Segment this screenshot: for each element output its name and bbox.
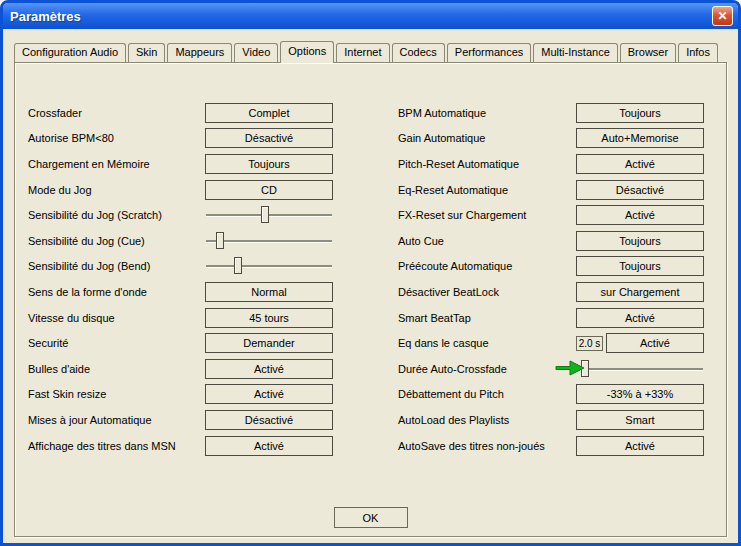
jog-scratch-slider[interactable]	[205, 205, 333, 225]
setting-label: Désactiver BeatLock	[398, 286, 576, 298]
auto-bpm-button[interactable]: Toujours	[576, 103, 704, 123]
tab-browser[interactable]: Browser	[620, 43, 676, 62]
setting-label: Préécoute Automatique	[398, 260, 576, 272]
setting-label: Securité	[28, 337, 205, 349]
setting-label: Vitesse du disque	[28, 312, 205, 324]
setting-label: AutoLoad des Playlists	[398, 414, 576, 426]
setting-label: Affichage des titres dans MSN	[28, 440, 205, 452]
setting-row: AutoSave des titres non-joués Activé	[398, 433, 704, 459]
settings-column-right: BPM Automatique Toujours Gain Automatiqu…	[398, 100, 704, 458]
setting-label: Débattement du Pitch	[398, 388, 576, 400]
setting-label: Sensibilité du Jog (Bend)	[28, 260, 205, 272]
tab-strip: Configuration Audio Skin Mappeurs Video …	[14, 41, 720, 63]
auto-gain-button[interactable]: Auto+Memorise	[576, 128, 704, 148]
setting-row: Désactiver BeatLock sur Chargement	[398, 279, 704, 305]
tab-options[interactable]: Options	[280, 41, 334, 63]
autoload-playlists-button[interactable]: Smart	[576, 410, 704, 430]
tab-video[interactable]: Video	[234, 43, 278, 62]
setting-row: AutoLoad des Playlists Smart	[398, 407, 704, 433]
auto-preview-button[interactable]: Toujours	[576, 256, 704, 276]
setting-label: Sensibilité du Jog (Scratch)	[28, 209, 205, 221]
setting-row: Eq dans le casque 2.0 s Activé	[398, 330, 704, 356]
slider-track	[577, 368, 703, 370]
setting-row: Chargement en Mémoire Toujours	[28, 151, 333, 177]
crossfader-button[interactable]: Complet	[205, 103, 333, 123]
auto-cue-button[interactable]: Toujours	[576, 231, 704, 251]
waveform-direction-button[interactable]: Normal	[205, 282, 333, 302]
tab-multi-instance[interactable]: Multi-Instance	[533, 43, 617, 62]
setting-row: Affichage des titres dans MSN Activé	[28, 433, 333, 459]
setting-label: Mises à jour Automatique	[28, 414, 205, 426]
setting-label: Eq-Reset Automatique	[398, 184, 576, 196]
memory-load-button[interactable]: Toujours	[205, 154, 333, 174]
crossfade-duration-slider[interactable]	[576, 359, 704, 379]
setting-label: Sensibilité du Jog (Cue)	[28, 235, 205, 247]
tab-codecs[interactable]: Codecs	[392, 43, 445, 62]
setting-row: Securité Demander	[28, 330, 333, 356]
pitch-range-button[interactable]: -33% à +33%	[576, 384, 704, 404]
setting-row: Pitch-Reset Automatique Activé	[398, 151, 704, 177]
disc-speed-button[interactable]: 45 tours	[205, 308, 333, 328]
tab-performances[interactable]: Performances	[447, 43, 531, 62]
setting-label: Durée Auto-Crossfade	[398, 363, 576, 375]
dialog-body: Configuration Audio Skin Mappeurs Video …	[3, 29, 738, 543]
security-button[interactable]: Demander	[205, 333, 333, 353]
crossfade-duration-value: 2.0 s	[576, 336, 603, 351]
autosave-button[interactable]: Activé	[576, 436, 704, 456]
setting-row: Sensibilité du Jog (Cue)	[28, 228, 333, 254]
slider-thumb[interactable]	[216, 232, 224, 249]
setting-label: Chargement en Mémoire	[28, 158, 205, 170]
settings-window: Paramètres ✕ Configuration Audio Skin Ma…	[0, 0, 741, 546]
fx-reset-button[interactable]: Activé	[576, 205, 704, 225]
bpm-under-80-button[interactable]: Désactivé	[205, 128, 333, 148]
slider-track	[206, 265, 332, 267]
auto-update-button[interactable]: Désactivé	[205, 410, 333, 430]
setting-row: Vitesse du disque 45 tours	[28, 305, 333, 331]
setting-label: Smart BeatTap	[398, 312, 576, 324]
slider-track	[206, 240, 332, 242]
close-icon: ✕	[717, 10, 727, 22]
ok-button[interactable]: OK	[334, 507, 408, 528]
jog-mode-button[interactable]: CD	[205, 180, 333, 200]
setting-row: Mises à jour Automatique Désactivé	[28, 407, 333, 433]
setting-label: Gain Automatique	[398, 132, 576, 144]
setting-row: Sensibilité du Jog (Scratch)	[28, 202, 333, 228]
tooltips-button[interactable]: Activé	[205, 359, 333, 379]
setting-row: Débattement du Pitch -33% à +33%	[398, 382, 704, 408]
setting-label: Sens de la forme d'onde	[28, 286, 205, 298]
smart-beattap-button[interactable]: Activé	[576, 308, 704, 328]
titlebar[interactable]: Paramètres ✕	[3, 3, 738, 29]
setting-label: Fast Skin resize	[28, 388, 205, 400]
jog-bend-slider[interactable]	[205, 256, 333, 276]
eq-reset-button[interactable]: Désactivé	[576, 180, 704, 200]
window-title: Paramètres	[10, 9, 712, 24]
fast-skin-resize-button[interactable]: Activé	[205, 384, 333, 404]
setting-row: Crossfader Complet	[28, 100, 333, 126]
pitch-reset-button[interactable]: Activé	[576, 154, 704, 174]
eq-headphone-button[interactable]: Activé	[606, 333, 704, 353]
setting-row: Durée Auto-Crossfade	[398, 356, 704, 382]
setting-row: Gain Automatique Auto+Memorise	[398, 126, 704, 152]
setting-label: AutoSave des titres non-joués	[398, 440, 576, 452]
slider-thumb[interactable]	[234, 257, 242, 274]
msn-titles-button[interactable]: Activé	[205, 436, 333, 456]
tab-skin[interactable]: Skin	[128, 43, 165, 62]
close-button[interactable]: ✕	[712, 6, 733, 26]
setting-row: Sens de la forme d'onde Normal	[28, 279, 333, 305]
tab-mappeurs[interactable]: Mappeurs	[167, 43, 232, 62]
slider-thumb[interactable]	[261, 206, 269, 223]
setting-label: Auto Cue	[398, 235, 576, 247]
tab-infos[interactable]: Infos	[678, 43, 718, 62]
tab-page-options: Crossfader Complet Autorise BPM<80 Désac…	[14, 62, 727, 537]
setting-row: FX-Reset sur Chargement Activé	[398, 202, 704, 228]
tab-internet[interactable]: Internet	[336, 43, 389, 62]
jog-cue-slider[interactable]	[205, 231, 333, 251]
setting-label: Bulles d'aide	[28, 363, 205, 375]
setting-label: BPM Automatique	[398, 107, 576, 119]
beatlock-disable-button[interactable]: sur Chargement	[576, 282, 704, 302]
setting-row: Fast Skin resize Activé	[28, 382, 333, 408]
setting-row: Sensibilité du Jog (Bend)	[28, 254, 333, 280]
tab-configuration-audio[interactable]: Configuration Audio	[14, 43, 126, 62]
setting-row: BPM Automatique Toujours	[398, 100, 704, 126]
setting-row: Bulles d'aide Activé	[28, 356, 333, 382]
